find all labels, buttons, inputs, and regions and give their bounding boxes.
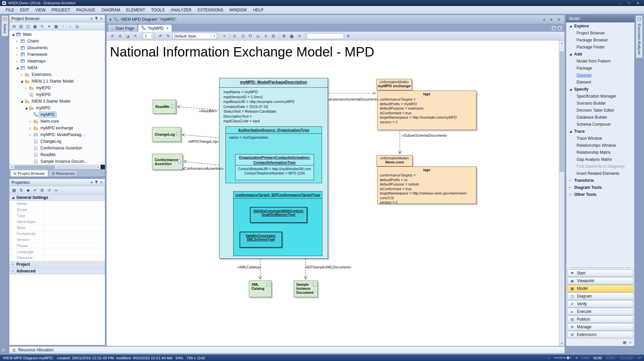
quick-style-icon[interactable]: ✦: [221, 32, 228, 39]
tree-node-mympd-modelpackag[interactable]: ▷myMPD: ModelPackag...: [9, 131, 105, 138]
stereotype-field[interactable]: [43, 219, 105, 225]
sort-icon[interactable]: ⇅: [18, 187, 24, 194]
delete-icon[interactable]: ✕: [296, 32, 303, 39]
layout-icon[interactable]: ▦: [53, 23, 59, 30]
tree-node-extensions[interactable]: ▷Extensions: [9, 71, 105, 78]
tree-node-niem-core[interactable]: ▷Niem-core: [9, 118, 105, 125]
menu-package[interactable]: PACKAGE: [73, 6, 98, 14]
new-diagram-icon[interactable]: ◫: [25, 23, 31, 30]
conformance-assertion-artifact[interactable]: Conformance Assertion: [152, 154, 183, 170]
vscroll-thumb[interactable]: [560, 51, 564, 172]
document-tab-start-page[interactable]: ⌂Start Page: [108, 24, 138, 32]
fill-color-icon[interactable]: ◪: [124, 32, 131, 39]
font-face-icon[interactable]: A: [117, 32, 124, 39]
menu-analyzer[interactable]: ANALYZER: [168, 6, 194, 14]
toolbox-item-model-from-pattern[interactable]: Model from Pattern: [566, 57, 634, 65]
toolbox-button-publish[interactable]: ▤Publish: [567, 316, 633, 323]
apply-icon[interactable]: ✔: [32, 187, 38, 194]
toolbox-more-icon[interactable]: »: [629, 340, 631, 344]
tree-node-framework[interactable]: ▷Framework: [9, 51, 105, 58]
tree-node-myiepd[interactable]: ▷myIEPD: [9, 85, 105, 91]
menu-window[interactable]: WINDOW: [226, 6, 250, 14]
toolbox-item-element[interactable]: Element: [566, 79, 634, 86]
style-combo[interactable]: Default Style▾: [172, 33, 217, 39]
zoom-slider-thumb[interactable]: [567, 356, 569, 359]
align-bottom-icon[interactable]: ⊔: [255, 32, 262, 39]
close-panel-icon[interactable]: ✕: [100, 17, 103, 20]
toolbox-section-diagram-tools[interactable]: ▷Diagram Tools: [566, 184, 634, 191]
tree-node-main[interactable]: ◢Main: [9, 31, 105, 38]
menu-help[interactable]: HELP: [250, 6, 266, 14]
readme-artifact[interactable]: ReadMe: [153, 100, 176, 114]
menu-tools[interactable]: TOOLS: [148, 6, 167, 14]
version-field[interactable]: [43, 237, 105, 243]
toolbox-item-package-browser[interactable]: Package Browser: [566, 36, 634, 43]
toolbox-section-other-tools[interactable]: ▷Other Tools: [566, 191, 634, 198]
contact-information-element[interactable]: OrganizationPrimaryContactInformation: C…: [235, 154, 314, 180]
close-panel-icon[interactable]: ✕: [100, 180, 103, 184]
same-size-icon[interactable]: ⊟: [270, 32, 277, 39]
hscroll-thumb[interactable]: [14, 165, 54, 169]
toolbox-section-specify[interactable]: ◢Specify: [566, 86, 634, 93]
niem-core-tags[interactable]: tags conformanceTargets = defaultPrefix …: [377, 166, 476, 204]
changelog-artifact[interactable]: ChangeLog: [152, 127, 181, 142]
group-expand-icon[interactable]: ◢: [11, 196, 15, 199]
toolbox-section-trace[interactable]: ◢Trace: [566, 128, 634, 135]
tab-list-icon[interactable]: ▾: [548, 17, 554, 22]
type-field[interactable]: [43, 213, 105, 219]
toolbox-button-start[interactable]: ⚑Start: [567, 269, 633, 277]
toolbox-item-relationship-matrix[interactable]: Relationship Matrix: [566, 149, 634, 156]
panel-tab-resources[interactable]: ▤Resources: [49, 170, 77, 176]
alias-field[interactable]: [43, 225, 105, 231]
canvas-vscrollbar[interactable]: ▴ ▾: [559, 40, 565, 346]
property-group-advanced[interactable]: ▷Advanced: [9, 268, 105, 274]
tree-expand-icon[interactable]: ▷: [15, 53, 20, 56]
toolbox-section-transform[interactable]: ▷Transform: [566, 177, 634, 184]
hscroll-track[interactable]: [14, 165, 96, 169]
new-element-icon[interactable]: ▣: [32, 23, 38, 30]
tree-expand-icon[interactable]: ▷: [24, 87, 28, 90]
tree-expand-icon[interactable]: ▷: [19, 73, 24, 76]
toolbox-button-verify[interactable]: ✔Verify: [567, 300, 633, 308]
line-width-spinner[interactable]: 1▴▾: [143, 33, 153, 39]
validity-constraint-with-context-element[interactable]: ValidityConstraintWithContext: Qualified…: [250, 207, 307, 223]
toolbox-item-project-browser[interactable]: Project Browser: [566, 29, 634, 36]
tree-expand-icon[interactable]: ◢: [15, 66, 20, 70]
menu-diagram[interactable]: DIAGRAM: [99, 6, 123, 14]
execution-analyzer-tab[interactable]: Execution Analyzer: [636, 15, 643, 58]
scroll-up-icon[interactable]: ▴: [559, 40, 565, 45]
minimize-button[interactable]: –: [616, 1, 624, 5]
maximize-button[interactable]: □: [625, 1, 633, 5]
options-dropdown-icon[interactable]: ▾: [46, 23, 52, 30]
toolbox-button-diagram[interactable]: ◫Diagram: [567, 292, 633, 300]
menu-file[interactable]: FILE: [3, 6, 17, 14]
tree-expand-icon[interactable]: ◢: [19, 100, 24, 103]
tree-node-niem-2-1-starter-model[interactable]: ◢NIEM 2.1 Starter Model: [9, 78, 105, 85]
toolbox-section-add[interactable]: ◢Add: [566, 50, 634, 57]
tree-node-mympd[interactable]: ◢myMPD: [9, 105, 105, 111]
line-color-icon[interactable]: ✎: [132, 32, 139, 39]
tree-expand-icon[interactable]: ▷: [15, 60, 20, 63]
zoom-out-button[interactable]: −: [547, 356, 550, 360]
tree-expand-icon[interactable]: ◢: [24, 106, 28, 110]
toolbox-item-schema-composer[interactable]: Schema Composer: [566, 121, 634, 128]
tab-scroll-left-icon[interactable]: ◂: [551, 25, 556, 31]
tree-node-charts[interactable]: ▷Charts: [9, 38, 105, 44]
niem-core-element[interactable]: «InformationModel» Niem-core: [376, 155, 413, 166]
zoom-slider[interactable]: [554, 357, 571, 358]
sample-instance-artifact[interactable]: Sample Instance Document: [294, 280, 318, 297]
xml-catalog-artifact[interactable]: XML Catalog: [249, 280, 272, 297]
scope-field[interactable]: [43, 207, 105, 213]
tree-expand-icon[interactable]: ▷: [28, 133, 33, 136]
toolbox-button-viewpoint[interactable]: ◉Viewpoint: [567, 277, 633, 284]
collapse-frame-icon[interactable]: ∧: [541, 17, 547, 22]
tree-expand-icon[interactable]: ▷: [15, 40, 20, 43]
new-model-icon[interactable]: ⊞: [11, 23, 17, 30]
close-button[interactable]: ✕: [634, 1, 642, 5]
phase-field[interactable]: [43, 243, 105, 249]
toolbox-item-package[interactable]: Package: [566, 65, 634, 72]
toolbox-item-trace-window[interactable]: Trace Window: [566, 135, 634, 142]
breadcrumb-expand-icon[interactable]: »: [109, 17, 112, 22]
preview-icon[interactable]: ∞: [53, 187, 59, 194]
menu-view[interactable]: VIEW: [32, 6, 49, 14]
